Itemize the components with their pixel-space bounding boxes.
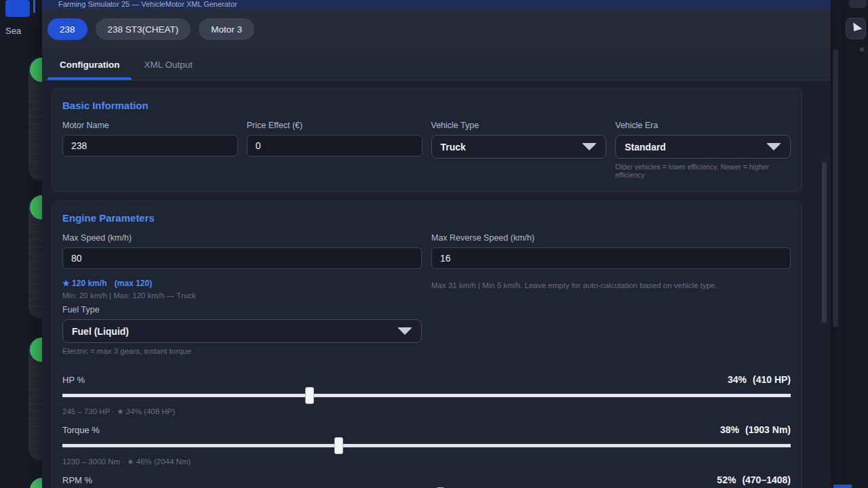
slider-track [62,394,791,397]
vehicle-era-label: Vehicle Era [615,121,791,130]
chevron-down-icon [766,143,781,150]
arrow-icon [850,22,863,34]
motor-name-input[interactable] [62,135,238,157]
background-right-column [841,0,868,488]
dialog-title: Farming Simulator 25 — VehicleMotor XML … [42,0,831,9]
rpm-percent-value: 52%(470–1408) [717,474,791,485]
engine-sliders: HP % 34%(410 HP) 245 – 730 HP · ★ 34% (4… [62,373,791,488]
torque-percent-value: 38%(1903 Nm) [720,424,791,435]
engine-parameters-section: Engine Parameters Max Speed (km/h) ★ 120… [52,201,802,488]
max-speed-ref-max: (max 120) [115,279,152,288]
chevron-down-icon [397,327,412,335]
dialog-scrollbar[interactable] [822,162,827,323]
vehicle-type-select[interactable]: Truck [431,135,607,159]
chevron-down-icon [582,143,597,150]
background-button-fragment [849,0,867,8]
max-speed-ref-star: ★ 120 km/h [62,279,106,288]
slider-handle[interactable] [334,437,343,454]
torque-percent-label: Torque % [62,425,100,435]
arrow-button[interactable] [846,18,866,39]
rpm-percent-label: RPM % [62,475,92,485]
vehicle-type-field-group: Vehicle Type Truck [431,121,607,179]
fuel-type-select[interactable]: Fuel (Liquid) [62,319,422,343]
slider-track [62,444,791,447]
motor-chip-238[interactable]: 238 [47,18,87,40]
hp-percent-hint: 245 – 730 HP · ★ 34% (408 HP) [62,407,791,416]
section-title: Basic Information [62,100,791,111]
search-input[interactable]: Sea [5,26,21,36]
fuel-type-label: Fuel Type [62,305,422,314]
motor-name-label: Motor Name [62,121,238,130]
hp-percent-slider[interactable] [62,386,791,404]
section-title: Engine Parameters [62,212,791,224]
rpm-percent-slider-block: RPM % 52%(470–1408) 550 – 2200 RPM · ★ 5… [62,473,791,488]
background-accent-line [33,0,35,13]
vehicle-era-field-group: Vehicle Era Standard Older vehicles = lo… [615,121,791,179]
background-blue-button[interactable] [5,0,30,17]
motor-chip-motor-3[interactable]: Motor 3 [199,18,254,40]
vehicle-era-hint: Older vehicles = lower efficiency, Newer… [615,163,791,179]
fuel-type-hint: Electric = max 3 gears, instant torque [62,347,422,355]
price-effect-field-group: Price Effect (€) [247,121,422,179]
max-speed-input[interactable] [62,247,422,269]
max-reverse-speed-hint: Max 31 km/h | Min 5 km/h. Leave empty fo… [431,281,791,289]
vehicle-era-select[interactable]: Standard [615,135,791,159]
basic-information-section: Basic Information Motor Name Price Effec… [52,88,802,192]
max-speed-hint: Min: 20 km/h | Max: 120 km/h — Truck [62,291,422,300]
max-speed-reference: ★ 120 km/h (max 120) [62,279,422,288]
price-effect-input[interactable] [247,135,422,157]
vehicle-type-label: Vehicle Type [431,121,607,130]
hp-percent-slider-block: HP % 34%(410 HP) 245 – 730 HP · ★ 34% (4… [62,373,791,416]
configuration-panel: Basic Information Motor Name Price Effec… [42,81,831,488]
torque-percent-slider[interactable] [62,436,791,454]
max-reverse-speed-field-group: Max Reverse Speed (km/h) Max 31 km/h | M… [431,233,791,355]
motor-chip-238-st3[interactable]: 238 ST3(CHEAT) [96,18,191,40]
small-dot-icon [860,47,864,52]
vehicle-motor-generator-dialog: Farming Simulator 25 — VehicleMotor XML … [42,0,831,488]
price-effect-label: Price Effect (€) [247,121,422,130]
max-speed-field-group: Max Speed (km/h) ★ 120 km/h (max 120) Mi… [62,233,422,355]
background-bottom-accent [833,485,852,488]
tab-bar: Configuration XML Output [42,49,831,81]
tab-xml-output[interactable]: XML Output [132,49,205,80]
max-reverse-speed-input[interactable] [431,247,791,269]
torque-percent-slider-block: Torque % 38%(1903 Nm) 1230 – 3000 Nm · ★… [62,423,791,466]
motor-name-field-group: Motor Name [62,121,238,179]
max-speed-label: Max Speed (km/h) [62,233,422,243]
hp-percent-label: HP % [62,375,85,385]
tab-configuration[interactable]: Configuration [47,49,132,80]
page-scrollbar[interactable] [833,49,838,327]
motor-chip-row: 238 238 ST3(CHEAT) Motor 3 [42,9,831,49]
hp-percent-value: 34%(410 HP) [728,374,791,385]
max-reverse-speed-label: Max Reverse Speed (km/h) [431,233,791,243]
vehicle-era-value: Standard [625,142,666,152]
vehicle-type-value: Truck [441,142,466,152]
torque-percent-hint: 1230 – 3000 Nm · ★ 46% (2044 Nm) [62,457,791,466]
slider-handle[interactable] [305,387,314,404]
fuel-type-value: Fuel (Liquid) [72,326,129,337]
